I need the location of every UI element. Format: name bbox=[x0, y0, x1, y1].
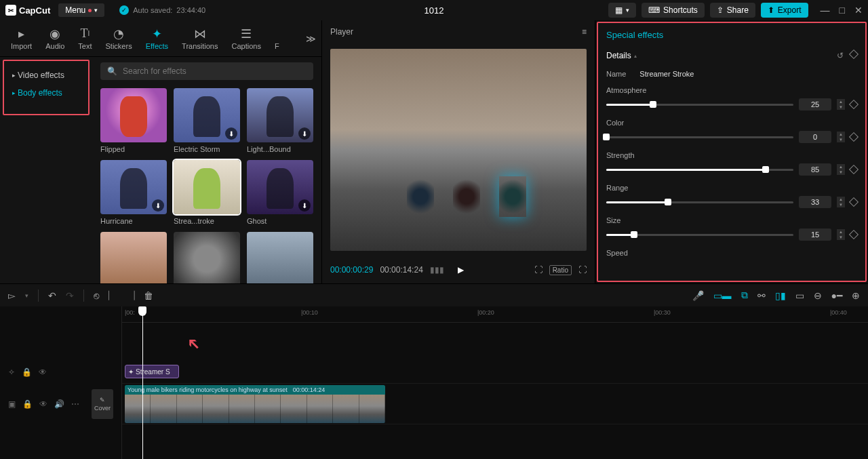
step-up-button[interactable]: ▲ bbox=[837, 164, 845, 169]
step-up-button[interactable]: ▲ bbox=[837, 99, 845, 104]
player-menu-button[interactable]: ≡ bbox=[582, 27, 587, 37]
param-value[interactable]: 85 bbox=[799, 163, 831, 176]
video-track[interactable]: Young male bikers riding motorcycles on … bbox=[122, 384, 868, 424]
menu-button[interactable]: Menu ▾ bbox=[58, 3, 104, 17]
tab-effects[interactable]: ✦Effects bbox=[140, 24, 174, 53]
close-button[interactable]: ✕ bbox=[854, 5, 863, 16]
effect-item[interactable]: ⬇Electric Storm bbox=[174, 88, 240, 153]
keyframe-button[interactable] bbox=[849, 100, 859, 109]
category-body-effects[interactable]: ▸Body effects bbox=[7, 84, 85, 102]
tab-text[interactable]: TIText bbox=[73, 24, 97, 53]
effect-item[interactable]: ⬇Light...Bound bbox=[247, 88, 313, 153]
slider-thumb[interactable] bbox=[762, 166, 769, 173]
reset-button[interactable]: ↺ bbox=[837, 51, 844, 60]
param-value[interactable]: 0 bbox=[799, 131, 831, 143]
slider-thumb[interactable] bbox=[603, 134, 610, 140]
zoom-slider[interactable]: ●━ bbox=[831, 290, 842, 301]
video-clip[interactable]: Young male bikers riding motorcycles on … bbox=[125, 385, 385, 423]
slider-thumb[interactable] bbox=[650, 101, 656, 108]
effect-item[interactable] bbox=[247, 232, 313, 283]
step-up-button[interactable]: ▲ bbox=[837, 197, 845, 202]
keyframe-button[interactable] bbox=[849, 132, 859, 142]
search-input[interactable] bbox=[123, 66, 307, 76]
step-down-button[interactable]: ▼ bbox=[837, 202, 845, 207]
keyframe-button[interactable] bbox=[849, 165, 859, 174]
mic-button[interactable]: 🎤 bbox=[692, 290, 704, 301]
param-slider[interactable] bbox=[606, 104, 793, 106]
split-tool[interactable]: ⎋ bbox=[94, 290, 99, 301]
step-up-button[interactable]: ▲ bbox=[837, 229, 845, 235]
tab-f[interactable]: F bbox=[269, 24, 279, 53]
play-button[interactable]: ▶ bbox=[458, 265, 464, 275]
shortcuts-button[interactable]: ⌨ Shortcuts bbox=[642, 3, 705, 18]
effect-item[interactable] bbox=[174, 232, 240, 283]
effect-item[interactable]: ⬇Hurricane bbox=[100, 160, 167, 225]
tab-transitions[interactable]: ⋈Transitions bbox=[176, 24, 223, 53]
keyframe-button[interactable] bbox=[849, 197, 859, 207]
layout-button[interactable]: ▦ ▾ bbox=[608, 3, 636, 18]
maximize-button[interactable]: □ bbox=[840, 5, 845, 16]
snap-toggle[interactable]: ▭▬ bbox=[713, 290, 732, 301]
slider-thumb[interactable] bbox=[631, 231, 637, 238]
effects-search[interactable]: 🔍 bbox=[100, 62, 313, 80]
trim-left-tool[interactable]: ⎸ bbox=[108, 290, 117, 301]
magnet-toggle[interactable]: ⧉ bbox=[741, 290, 748, 301]
keyframe-button[interactable] bbox=[849, 230, 859, 239]
effect-clip[interactable]: ✦ Streamer S bbox=[125, 365, 179, 378]
playhead[interactable] bbox=[142, 306, 143, 459]
step-down-button[interactable]: ▼ bbox=[837, 169, 845, 175]
zoom-out-button[interactable]: ⊖ bbox=[814, 290, 822, 301]
cover-button[interactable]: ✎ Cover bbox=[92, 389, 113, 419]
step-down-button[interactable]: ▼ bbox=[837, 104, 845, 110]
zoom-in-button[interactable]: ⊕ bbox=[852, 290, 860, 301]
timeline-ruler[interactable]: |00: |00:10 |00:20 |00:30 |00:40 bbox=[122, 306, 868, 323]
more-icon[interactable]: ⋯ bbox=[71, 399, 79, 409]
param-slider[interactable] bbox=[606, 169, 793, 171]
share-button[interactable]: ⇪ Share bbox=[710, 3, 755, 18]
export-button[interactable]: ⬆ Export bbox=[761, 3, 808, 18]
param-slider[interactable] bbox=[606, 136, 793, 138]
ratio-button[interactable]: Ratio bbox=[549, 265, 572, 275]
lock-icon[interactable]: 🔒 bbox=[22, 367, 32, 377]
delete-tool[interactable]: 🗑 bbox=[144, 290, 153, 301]
keyframe-button[interactable] bbox=[849, 49, 859, 59]
volume-bars-icon[interactable]: ▮▮▮ bbox=[430, 265, 444, 275]
select-tool[interactable]: ▻ bbox=[8, 290, 16, 301]
param-slider[interactable] bbox=[606, 234, 793, 236]
details-header[interactable]: Details ▴ bbox=[606, 51, 637, 60]
more-tabs-button[interactable]: ≫ bbox=[306, 33, 316, 44]
param-value[interactable]: 15 bbox=[799, 228, 831, 241]
chevron-down-icon[interactable]: ▾ bbox=[25, 292, 28, 299]
eye-icon[interactable]: 👁 bbox=[39, 399, 47, 409]
step-down-button[interactable]: ▼ bbox=[837, 235, 845, 240]
star-icon[interactable]: ✧ bbox=[8, 367, 15, 377]
lock-icon[interactable]: 🔒 bbox=[22, 399, 33, 409]
effect-item[interactable]: Flipped bbox=[100, 88, 167, 153]
playhead-handle[interactable] bbox=[138, 306, 146, 316]
tab-import[interactable]: ▸Import bbox=[5, 24, 37, 53]
tab-captions[interactable]: ☰Captions bbox=[226, 24, 266, 53]
player-viewport[interactable] bbox=[330, 49, 587, 251]
param-slider[interactable] bbox=[606, 201, 793, 203]
effect-item[interactable]: Strea...troke bbox=[174, 160, 240, 225]
link-toggle[interactable]: ⚯ bbox=[757, 290, 766, 301]
crop-button[interactable]: ⛶ bbox=[534, 265, 542, 275]
marker-button[interactable]: ▭ bbox=[795, 290, 804, 301]
effect-track[interactable]: ✦ Streamer S bbox=[122, 361, 868, 384]
step-up-button[interactable]: ▲ bbox=[837, 132, 845, 137]
preview-toggle[interactable]: ▯▮ bbox=[775, 290, 786, 301]
effect-item[interactable] bbox=[100, 232, 167, 283]
tab-audio[interactable]: ◉Audio bbox=[40, 24, 70, 53]
video-track-icon[interactable]: ▣ bbox=[8, 399, 16, 409]
param-value[interactable]: 33 bbox=[799, 196, 831, 208]
fullscreen-button[interactable]: ⛶ bbox=[578, 265, 587, 275]
param-value[interactable]: 25 bbox=[799, 98, 831, 111]
timeline-tracks[interactable]: |00: |00:10 |00:20 |00:30 |00:40 ➔ ✦ Str… bbox=[122, 306, 868, 459]
tab-stickers[interactable]: ◔Stickers bbox=[100, 24, 138, 53]
category-video-effects[interactable]: ▸Video effects bbox=[7, 66, 85, 84]
mute-icon[interactable]: 🔊 bbox=[54, 399, 64, 409]
slider-thumb[interactable] bbox=[665, 199, 671, 205]
redo-button[interactable]: ↷ bbox=[66, 290, 74, 301]
undo-button[interactable]: ↶ bbox=[48, 290, 56, 301]
eye-icon[interactable]: 👁 bbox=[39, 367, 47, 377]
